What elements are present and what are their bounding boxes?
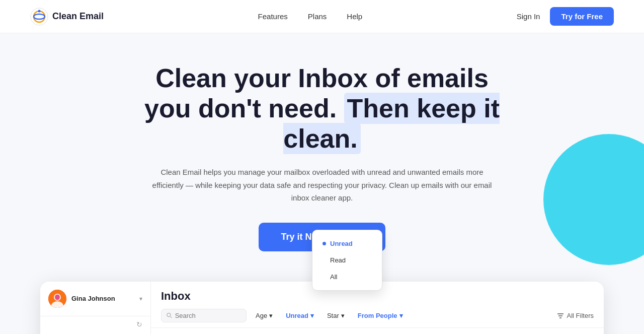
search-icon <box>167 312 172 318</box>
active-dot <box>323 242 326 245</box>
star-chevron-icon: ▾ <box>341 312 345 319</box>
sign-in-button[interactable]: Sign In <box>517 12 540 21</box>
hero-title-line1: Clean your Inbox of emails <box>155 63 489 93</box>
trash-button[interactable]: Trash <box>229 332 255 334</box>
filter-icon <box>557 312 564 319</box>
logo-icon <box>30 8 48 26</box>
nav-plans[interactable]: Plans <box>308 12 327 21</box>
mark-read-button[interactable]: Mark Read <box>291 332 331 334</box>
dropdown-read-label: Read <box>330 256 346 264</box>
navbar: Clean Email Features Plans Help Sign In … <box>0 0 644 33</box>
auto-clean-button[interactable]: Auto Clean <box>334 332 373 334</box>
inbox-title: Inbox <box>161 290 594 303</box>
age-label: Age <box>256 312 267 319</box>
unread-label: Unread <box>286 312 308 319</box>
logo[interactable]: Clean Email <box>30 8 104 26</box>
chevron-down-icon[interactable]: ▾ <box>139 295 142 302</box>
unread-dropdown-item-read[interactable]: Read <box>312 252 382 269</box>
unread-filter[interactable]: Unread ▾ <box>282 310 318 321</box>
unread-dropdown: Unread Read All <box>312 230 382 291</box>
avatar <box>48 290 66 308</box>
toolbar-actions: Trash Archive <box>229 332 526 334</box>
hero-title-normal: you don't need. <box>144 94 337 123</box>
search-wrap[interactable] <box>161 309 247 322</box>
filter-row: Age ▾ Unread ▾ Star ▾ From People <box>161 309 594 322</box>
all-filters-button[interactable]: All Filters <box>557 312 594 319</box>
star-label: Star <box>327 312 339 319</box>
account-name: Gina Johnson <box>71 295 115 302</box>
toolbar: 411 of 3,310 emails selected <box>151 328 604 334</box>
unread-dropdown-item-all[interactable]: All <box>312 269 382 285</box>
from-people-label: From People <box>358 312 397 319</box>
from-people-chevron-icon: ▾ <box>399 312 403 319</box>
unread-chevron-icon: ▾ <box>310 312 314 319</box>
unread-dropdown-item-unread[interactable]: Unread <box>312 235 382 252</box>
svg-point-3 <box>38 10 41 12</box>
svg-point-7 <box>55 294 60 300</box>
hero-title: Clean your Inbox of emails you don't nee… <box>126 63 518 154</box>
avatar-img <box>48 290 66 308</box>
svg-point-14 <box>167 313 171 317</box>
refresh-icon[interactable]: ↻ <box>136 320 142 328</box>
dropdown-all-label: All <box>330 273 337 281</box>
nav-features[interactable]: Features <box>258 12 288 21</box>
try-free-nav-button[interactable]: Try for Free <box>550 7 614 26</box>
logo-text: Clean Email <box>52 11 104 22</box>
svg-line-15 <box>171 317 172 318</box>
from-people-filter[interactable]: From People ▾ <box>354 310 407 321</box>
unread-button[interactable]: Unread <box>495 332 525 334</box>
dropdown-unread-label: Unread <box>330 240 353 247</box>
app-sidebar: Gina Johnson ▾ ↻ ⚡ Quick Clean 🤖 Auto Cl… <box>40 282 151 334</box>
nav-links: Features Plans Help <box>258 12 363 21</box>
archive-button[interactable]: Archive <box>258 332 288 334</box>
all-filters-label: All Filters <box>567 312 594 319</box>
nav-actions: Sign In Try for Free <box>517 7 614 26</box>
age-filter[interactable]: Age ▾ <box>252 310 277 321</box>
block-button[interactable]: Block <box>419 332 444 334</box>
nav-help[interactable]: Help <box>347 12 362 21</box>
read-later-button[interactable]: Read Later <box>376 332 415 334</box>
star-filter[interactable]: Star ▾ <box>323 310 349 321</box>
keep-newest-button[interactable]: Keep Newest <box>447 332 492 334</box>
age-chevron-icon: ▾ <box>269 312 273 319</box>
refresh-icon-wrap: ↻ <box>40 316 150 332</box>
search-input[interactable] <box>175 312 241 319</box>
hero-subtitle: Clean Email helps you manage your mailbo… <box>146 166 498 205</box>
sidebar-account[interactable]: Gina Johnson ▾ <box>40 290 150 316</box>
